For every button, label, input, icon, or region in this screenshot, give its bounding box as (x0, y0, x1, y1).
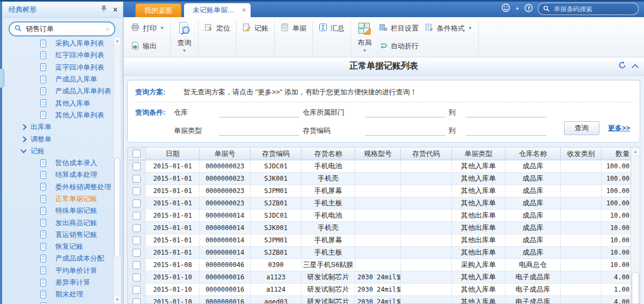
sidebar-search-box[interactable]: × (9, 21, 115, 36)
table-row[interactable]: 2015-01-010000000014SJDC01手机电池其他出库单成品库10… (128, 210, 631, 222)
sidebar-item[interactable]: 恢复记账 (2, 241, 112, 253)
table-row[interactable]: 2015-01-100000000016a1124研发试制芯片2030 24mi… (128, 284, 631, 296)
sidebar-item[interactable] (2, 301, 112, 304)
column-header[interactable]: 数量 (602, 147, 631, 160)
sidebar-search-input[interactable] (25, 25, 105, 34)
table-row[interactable]: 2015-01-010000000014SJPM01手机屏幕其他出库单成品库10… (128, 234, 631, 247)
row-checkbox[interactable] (133, 249, 141, 257)
column-header[interactable]: 仓库名称 (506, 147, 561, 160)
sidebar-item[interactable]: 暂估成本录入 (2, 157, 112, 169)
autowrap-button[interactable]: 自动折行 (376, 40, 422, 53)
scroll-up-icon[interactable]: ▲ (114, 37, 121, 45)
summary-button[interactable]: Σ 汇总 (316, 21, 348, 35)
table-scrollbar-thumb[interactable] (632, 272, 639, 304)
tab-my-desktop[interactable]: 我的桌面 (135, 3, 181, 17)
query-button[interactable]: 查询 ▼ (173, 19, 195, 56)
sidebar-item[interactable]: 产成品入库单列表 (2, 85, 112, 97)
sidebar-item[interactable]: 差异率计算 (2, 277, 112, 288)
row-checkbox[interactable] (133, 298, 141, 304)
to-input-1[interactable] (466, 108, 546, 117)
column-header[interactable]: 单据类型 (452, 147, 506, 160)
sidebar-item[interactable]: 出库单 (2, 121, 112, 133)
sidebar-item[interactable]: 期末处理 (2, 288, 112, 300)
sidebar-item[interactable]: 正常单据记账 (2, 193, 112, 205)
sidebar-item[interactable]: 委外核销调整处理 (2, 181, 112, 193)
table-row[interactable]: 2015-01-0800000000460390三星手机S6贴膜采购入库单电商总… (128, 259, 631, 271)
pin-icon[interactable] (101, 5, 107, 14)
row-checkbox[interactable] (133, 236, 141, 244)
row-checkbox[interactable] (133, 212, 141, 220)
table-row[interactable]: 2015-01-100000000016a1123研发试制芯片2030 24mi… (128, 271, 631, 284)
locate-button[interactable]: 定位 (201, 21, 233, 35)
sidebar-item[interactable]: 产成品成本分配 (2, 253, 112, 264)
select-all-checkbox[interactable] (133, 150, 141, 158)
doc-type-input[interactable] (219, 126, 299, 136)
column-header[interactable]: 日期 (146, 147, 200, 160)
row-checkbox[interactable] (133, 261, 141, 269)
warehouse-dept-input[interactable] (365, 108, 445, 117)
column-settings-button[interactable]: 栏目设置 (376, 21, 422, 35)
print-button[interactable]: 打印 ▼ (128, 21, 167, 35)
table-row[interactable]: 2015-01-010000000023SJZB01手机主板其他入库单成品库10… (128, 197, 631, 210)
help-icon[interactable]: ? (524, 4, 533, 14)
chevron-right-icon[interactable] (20, 136, 26, 142)
sidebar-item[interactable]: 平均单价计算 (2, 265, 112, 277)
table-row[interactable]: 2015-01-100000000016aqed03研发试制芯片2030 24m… (128, 296, 631, 303)
document-button[interactable]: 单据 (277, 21, 310, 35)
column-header[interactable]: 规格型号 (355, 147, 401, 160)
sidebar-item[interactable]: 特殊单据记账 (2, 205, 112, 217)
inventory-code-input[interactable] (365, 126, 445, 136)
to-input-2[interactable] (466, 126, 546, 136)
table-row[interactable]: 2015-01-010000000014SJK001手机壳其他出库单成品库10.… (128, 222, 631, 234)
column-header[interactable]: 单据号 (200, 147, 251, 160)
row-checkbox[interactable] (133, 286, 141, 294)
table-row[interactable]: 2015-01-010000000014SJZB01手机主板其他出库单成品库10… (128, 247, 631, 259)
bookkeeping-button[interactable]: 记账 (239, 21, 272, 35)
row-checkbox[interactable] (133, 273, 141, 281)
scroll-up-icon[interactable]: ▲ (631, 147, 640, 156)
conditional-format-button[interactable]: If 条件格式 ▼ (422, 21, 475, 35)
table-row[interactable]: 2015-01-010000000023SJK001手机壳其他入库单成品库100… (128, 173, 631, 185)
table-row[interactable]: 2015-01-010000000023SJDC01手机电池其他入库单成品库10… (128, 160, 631, 173)
row-checkbox[interactable] (133, 175, 141, 183)
tab-unbooked-documents[interactable]: 未记账单据… × (184, 3, 251, 17)
sidebar-item[interactable]: 记账 (2, 145, 112, 157)
sidebar-item[interactable]: 红字回冲单列表 (2, 49, 112, 61)
sidebar-item[interactable]: 调整单 (2, 133, 112, 145)
row-checkbox[interactable] (133, 199, 141, 207)
output-button[interactable]: 输出 (128, 40, 167, 53)
barcode-search-input[interactable] (553, 5, 633, 13)
sidebar-item[interactable]: 其他入库单 (2, 97, 112, 109)
sidebar-item[interactable]: 采购入库单列表 (2, 38, 112, 49)
warehouse-input[interactable] (219, 108, 299, 117)
more-link[interactable]: 更多>> (608, 123, 630, 133)
close-icon[interactable]: × (113, 6, 118, 13)
chevron-down-icon[interactable] (20, 147, 26, 153)
refresh-icon[interactable] (618, 61, 626, 71)
chevron-down-icon[interactable]: ▼ (515, 6, 519, 11)
sidebar-item[interactable]: 蓝字回冲单列表 (2, 62, 112, 73)
clear-search-icon[interactable]: × (105, 25, 109, 33)
sidebar-item[interactable]: 直运销售记账 (2, 229, 112, 241)
row-checkbox[interactable] (133, 187, 141, 195)
column-header[interactable]: 存货名称 (302, 147, 355, 160)
column-header[interactable]: 存货编码 (251, 147, 302, 160)
sidebar-scrollbar-thumb[interactable] (114, 158, 120, 258)
smiley-icon[interactable] (501, 3, 510, 14)
column-header[interactable]: 收发类别 (561, 147, 602, 160)
chevron-right-icon[interactable] (20, 124, 26, 130)
column-header[interactable]: 存货代码 (401, 147, 452, 160)
sidebar-item[interactable]: 其他入库单列表 (2, 109, 112, 121)
query-submit-button[interactable]: 查询 (564, 121, 599, 135)
table-row[interactable]: 2015-01-010000000023SJPM01手机屏幕其他入库单成品库10… (128, 185, 631, 197)
layout-button[interactable]: 布局 ▼ (354, 19, 376, 56)
barcode-search-box[interactable] (538, 3, 639, 15)
row-checkbox[interactable] (133, 162, 141, 170)
sidebar-collapse-handle[interactable] (0, 69, 4, 88)
sidebar-item[interactable]: 产成品入库单 (2, 73, 112, 85)
tab-close-icon[interactable]: × (242, 6, 246, 14)
sidebar-item[interactable]: 结算成本处理 (2, 169, 112, 181)
sidebar-item[interactable]: 发出商品记账 (2, 217, 112, 228)
row-checkbox[interactable] (133, 224, 141, 232)
collapse-panel-icon[interactable] (632, 64, 639, 71)
